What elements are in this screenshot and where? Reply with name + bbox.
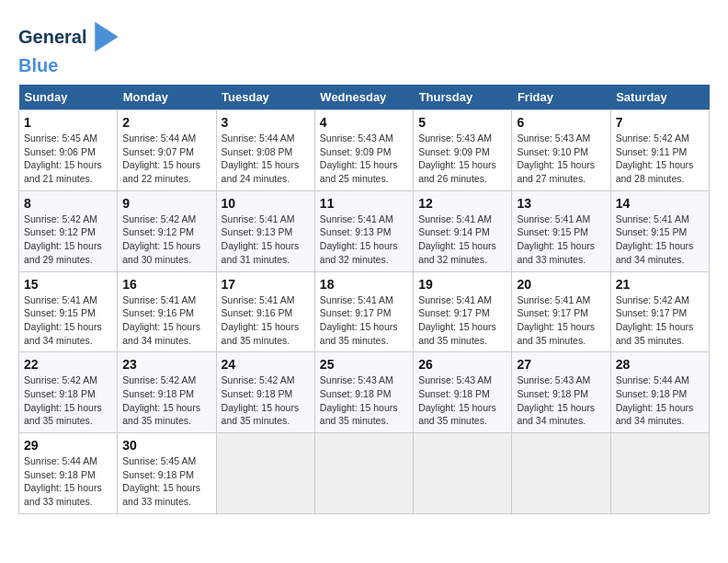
empty-cell: [512, 433, 610, 514]
calendar-table: SundayMondayTuesdayWednesdayThursdayFrid…: [18, 85, 710, 514]
calendar-body: 1 Sunrise: 5:45 AM Sunset: 9:06 PM Dayli…: [19, 110, 710, 514]
day-number: 22: [24, 357, 112, 372]
day-info: Sunrise: 5:41 AM Sunset: 9:15 PM Dayligh…: [616, 213, 704, 267]
day-number: 25: [320, 357, 408, 372]
weekday-sunday: Sunday: [19, 85, 118, 110]
svg-marker-0: [96, 22, 119, 52]
day-info: Sunrise: 5:43 AM Sunset: 9:18 PM Dayligh…: [320, 373, 408, 428]
day-info: Sunrise: 5:45 AM Sunset: 9:18 PM Dayligh…: [122, 454, 210, 509]
day-number: 3: [222, 115, 310, 130]
empty-cell: [414, 433, 512, 514]
day-cell-6: 6 Sunrise: 5:43 AM Sunset: 9:10 PM Dayli…: [512, 110, 610, 191]
day-cell-11: 11 Sunrise: 5:41 AM Sunset: 9:13 PM Dayl…: [314, 190, 413, 271]
empty-cell: [610, 433, 709, 514]
logo-icon: General Blue: [18, 18, 125, 75]
day-number: 28: [616, 357, 704, 372]
day-number: 16: [122, 277, 210, 292]
day-cell-14: 14 Sunrise: 5:41 AM Sunset: 9:15 PM Dayl…: [610, 190, 709, 271]
calendar-week-2: 8 Sunrise: 5:42 AM Sunset: 9:12 PM Dayli…: [19, 190, 710, 271]
day-cell-26: 26 Sunrise: 5:43 AM Sunset: 9:18 PM Dayl…: [414, 352, 512, 433]
day-info: Sunrise: 5:44 AM Sunset: 9:08 PM Dayligh…: [222, 132, 310, 186]
calendar-week-3: 15 Sunrise: 5:41 AM Sunset: 9:15 PM Dayl…: [19, 271, 710, 352]
day-number: 9: [122, 196, 210, 211]
day-cell-1: 1 Sunrise: 5:45 AM Sunset: 9:06 PM Dayli…: [19, 110, 118, 191]
day-info: Sunrise: 5:41 AM Sunset: 9:14 PM Dayligh…: [418, 213, 506, 267]
day-number: 13: [517, 196, 605, 211]
empty-cell: [216, 433, 314, 514]
day-number: 23: [122, 357, 210, 372]
day-number: 27: [517, 357, 605, 372]
day-cell-25: 25 Sunrise: 5:43 AM Sunset: 9:18 PM Dayl…: [314, 352, 413, 433]
day-info: Sunrise: 5:42 AM Sunset: 9:12 PM Dayligh…: [24, 213, 112, 267]
day-number: 15: [24, 277, 112, 292]
day-number: 19: [418, 277, 506, 292]
day-info: Sunrise: 5:44 AM Sunset: 9:18 PM Dayligh…: [616, 373, 704, 428]
day-info: Sunrise: 5:41 AM Sunset: 9:15 PM Dayligh…: [24, 293, 112, 348]
day-info: Sunrise: 5:41 AM Sunset: 9:16 PM Dayligh…: [222, 293, 310, 348]
weekday-thursday: Thursday: [414, 85, 512, 110]
day-info: Sunrise: 5:41 AM Sunset: 9:15 PM Dayligh…: [517, 213, 605, 267]
day-info: Sunrise: 5:41 AM Sunset: 9:13 PM Dayligh…: [320, 213, 408, 267]
day-cell-17: 17 Sunrise: 5:41 AM Sunset: 9:16 PM Dayl…: [216, 271, 314, 352]
day-cell-20: 20 Sunrise: 5:41 AM Sunset: 9:17 PM Dayl…: [512, 271, 610, 352]
day-info: Sunrise: 5:42 AM Sunset: 9:18 PM Dayligh…: [122, 373, 210, 428]
day-number: 30: [122, 438, 210, 453]
day-info: Sunrise: 5:43 AM Sunset: 9:10 PM Dayligh…: [517, 132, 605, 186]
day-cell-23: 23 Sunrise: 5:42 AM Sunset: 9:18 PM Dayl…: [118, 352, 216, 433]
day-number: 4: [320, 115, 408, 130]
day-info: Sunrise: 5:42 AM Sunset: 9:11 PM Dayligh…: [616, 132, 704, 186]
day-number: 12: [418, 196, 506, 211]
day-info: Sunrise: 5:42 AM Sunset: 9:18 PM Dayligh…: [24, 373, 112, 428]
day-number: 29: [24, 438, 112, 453]
day-info: Sunrise: 5:44 AM Sunset: 9:18 PM Dayligh…: [24, 454, 112, 509]
day-number: 7: [616, 115, 704, 130]
weekday-tuesday: Tuesday: [216, 85, 314, 110]
day-number: 14: [616, 196, 704, 211]
day-cell-24: 24 Sunrise: 5:42 AM Sunset: 9:18 PM Dayl…: [216, 352, 314, 433]
day-cell-2: 2 Sunrise: 5:44 AM Sunset: 9:07 PM Dayli…: [118, 110, 216, 191]
day-number: 5: [418, 115, 506, 130]
day-number: 10: [222, 196, 310, 211]
day-info: Sunrise: 5:41 AM Sunset: 9:16 PM Dayligh…: [122, 293, 210, 348]
day-info: Sunrise: 5:41 AM Sunset: 9:13 PM Dayligh…: [222, 213, 310, 267]
day-info: Sunrise: 5:43 AM Sunset: 9:18 PM Dayligh…: [517, 373, 605, 428]
day-cell-12: 12 Sunrise: 5:41 AM Sunset: 9:14 PM Dayl…: [414, 190, 512, 271]
day-cell-4: 4 Sunrise: 5:43 AM Sunset: 9:09 PM Dayli…: [314, 110, 413, 191]
day-number: 2: [122, 115, 210, 130]
calendar-week-4: 22 Sunrise: 5:42 AM Sunset: 9:18 PM Dayl…: [19, 352, 710, 433]
day-cell-7: 7 Sunrise: 5:42 AM Sunset: 9:11 PM Dayli…: [610, 110, 709, 191]
day-cell-27: 27 Sunrise: 5:43 AM Sunset: 9:18 PM Dayl…: [512, 352, 610, 433]
day-number: 18: [320, 277, 408, 292]
day-info: Sunrise: 5:45 AM Sunset: 9:06 PM Dayligh…: [24, 132, 112, 186]
weekday-friday: Friday: [512, 85, 610, 110]
day-info: Sunrise: 5:42 AM Sunset: 9:17 PM Dayligh…: [616, 293, 704, 348]
day-info: Sunrise: 5:41 AM Sunset: 9:17 PM Dayligh…: [517, 293, 605, 348]
day-number: 11: [320, 196, 408, 211]
day-cell-29: 29 Sunrise: 5:44 AM Sunset: 9:18 PM Dayl…: [19, 433, 118, 514]
day-cell-16: 16 Sunrise: 5:41 AM Sunset: 9:16 PM Dayl…: [118, 271, 216, 352]
day-number: 26: [418, 357, 506, 372]
logo: General Blue: [18, 18, 125, 75]
day-cell-5: 5 Sunrise: 5:43 AM Sunset: 9:09 PM Dayli…: [414, 110, 512, 191]
day-number: 6: [517, 115, 605, 130]
day-cell-18: 18 Sunrise: 5:41 AM Sunset: 9:17 PM Dayl…: [314, 271, 413, 352]
day-info: Sunrise: 5:41 AM Sunset: 9:17 PM Dayligh…: [320, 293, 408, 348]
weekday-wednesday: Wednesday: [314, 85, 413, 110]
day-cell-10: 10 Sunrise: 5:41 AM Sunset: 9:13 PM Dayl…: [216, 190, 314, 271]
day-cell-28: 28 Sunrise: 5:44 AM Sunset: 9:18 PM Dayl…: [610, 352, 709, 433]
weekday-header: SundayMondayTuesdayWednesdayThursdayFrid…: [19, 85, 710, 110]
day-cell-15: 15 Sunrise: 5:41 AM Sunset: 9:15 PM Dayl…: [19, 271, 118, 352]
day-number: 8: [24, 196, 112, 211]
day-info: Sunrise: 5:42 AM Sunset: 9:18 PM Dayligh…: [222, 373, 310, 428]
day-number: 17: [222, 277, 310, 292]
day-cell-13: 13 Sunrise: 5:41 AM Sunset: 9:15 PM Dayl…: [512, 190, 610, 271]
day-cell-8: 8 Sunrise: 5:42 AM Sunset: 9:12 PM Dayli…: [19, 190, 118, 271]
day-info: Sunrise: 5:43 AM Sunset: 9:18 PM Dayligh…: [418, 373, 506, 428]
page-header: General Blue: [18, 18, 710, 75]
day-cell-19: 19 Sunrise: 5:41 AM Sunset: 9:17 PM Dayl…: [414, 271, 512, 352]
day-info: Sunrise: 5:43 AM Sunset: 9:09 PM Dayligh…: [418, 132, 506, 186]
empty-cell: [314, 433, 413, 514]
day-number: 20: [517, 277, 605, 292]
day-cell-21: 21 Sunrise: 5:42 AM Sunset: 9:17 PM Dayl…: [610, 271, 709, 352]
calendar-week-1: 1 Sunrise: 5:45 AM Sunset: 9:06 PM Dayli…: [19, 110, 710, 191]
